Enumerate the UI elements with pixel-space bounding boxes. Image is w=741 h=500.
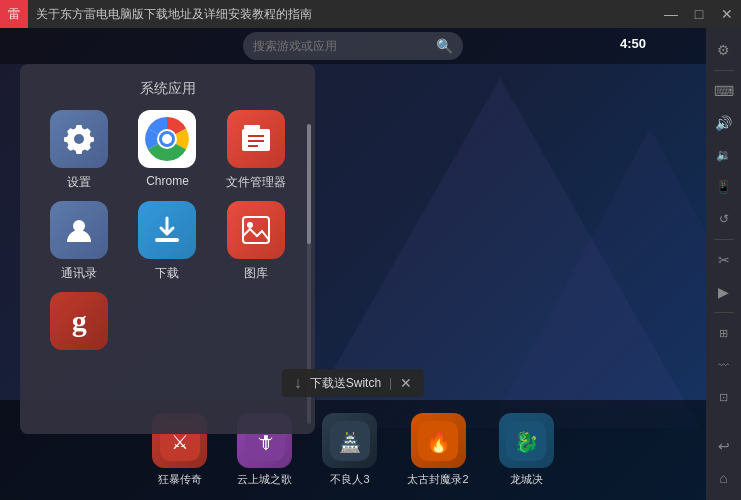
gallery-app-icon xyxy=(227,201,285,259)
shake-sidebar-button[interactable]: 〰 xyxy=(710,351,738,379)
app-item-gallery[interactable]: 图库 xyxy=(217,201,295,282)
search-icon: 🔍 xyxy=(436,38,453,54)
sidebar-divider-2 xyxy=(714,239,734,240)
refresh-sidebar-button[interactable]: ↺ xyxy=(710,205,738,233)
sidebar-divider-1 xyxy=(714,70,734,71)
phone-sidebar-button[interactable]: 📱 xyxy=(710,173,738,201)
app-item-chrome[interactable]: Chrome xyxy=(128,110,206,191)
volume-down-sidebar-button[interactable]: 🔉 xyxy=(710,141,738,169)
banner-text: 下载送Switch xyxy=(310,375,381,392)
svg-text:🐉: 🐉 xyxy=(514,430,539,454)
app-grid: 设置 xyxy=(20,110,315,376)
banner-arrow-icon: ↓ xyxy=(294,374,302,392)
chrome-app-icon xyxy=(138,110,196,168)
svg-point-4 xyxy=(162,134,172,144)
emulator-area: 🔍 4:50 系统应用 设置 xyxy=(0,28,706,500)
app-item-contacts[interactable]: 通讯录 xyxy=(40,201,118,282)
right-sidebar: ⚙ ⌨ 🔊 🔉 📱 ↺ ✂ ▶ ⊞ 〰 ⊡ ↩ ⌂ xyxy=(706,28,741,500)
game-icon-5: 🐉 xyxy=(499,413,554,468)
play-sidebar-button[interactable]: ▶ xyxy=(710,278,738,306)
nav-home-sidebar-button[interactable]: ⌂ xyxy=(710,464,738,492)
svg-rect-11 xyxy=(155,238,179,242)
app-item-files[interactable]: 文件管理器 xyxy=(217,110,295,191)
app-drawer: 系统应用 设置 xyxy=(20,64,315,434)
game-icon-4: 🔥 xyxy=(411,413,466,468)
drawer-scrollbar-thumb xyxy=(307,124,311,244)
svg-rect-12 xyxy=(243,217,269,243)
download-app-label: 下载 xyxy=(155,265,179,282)
files-app-icon xyxy=(227,110,285,168)
time-display: 4:50 xyxy=(620,36,646,51)
settings-app-icon xyxy=(50,110,108,168)
bg-decoration-2 xyxy=(500,128,706,408)
window-controls: — □ ✕ xyxy=(657,0,741,28)
gallery-app-label: 图库 xyxy=(244,265,268,282)
banner-close-button[interactable]: ✕ xyxy=(400,375,412,391)
contacts-app-label: 通讯录 xyxy=(61,265,97,282)
title-bar: 雷 关于东方雷电电脑版下载地址及详细安装教程的指南 — □ ✕ xyxy=(0,0,741,28)
multi-sidebar-button[interactable]: ⊡ xyxy=(710,383,738,411)
g-app-icon: g xyxy=(50,292,108,350)
maximize-button[interactable]: □ xyxy=(685,0,713,28)
app-logo: 雷 xyxy=(0,0,28,28)
game-item-5[interactable]: 🐉 龙城决 xyxy=(499,413,554,487)
contacts-app-icon xyxy=(50,201,108,259)
game-item-4[interactable]: 🔥 太古封魔录2 xyxy=(407,413,468,487)
settings-sidebar-button[interactable]: ⚙ xyxy=(710,36,738,64)
svg-point-13 xyxy=(247,222,253,228)
logo-text: 雷 xyxy=(8,6,20,23)
keyboard-sidebar-button[interactable]: ⌨ xyxy=(710,77,738,105)
game-icon-3: 🏯 xyxy=(322,413,377,468)
settings-app-label: 设置 xyxy=(67,174,91,191)
minimize-button[interactable]: — xyxy=(657,0,685,28)
window-title: 关于东方雷电电脑版下载地址及详细安装教程的指南 xyxy=(28,6,657,23)
game-label-1: 狂暴传奇 xyxy=(158,472,202,487)
download-app-icon xyxy=(138,201,196,259)
svg-text:🔥: 🔥 xyxy=(426,430,451,454)
game-label-2: 云上城之歌 xyxy=(237,472,292,487)
game-label-3: 不良人3 xyxy=(330,472,369,487)
download-banner: ↓ 下载送Switch | ✕ xyxy=(282,369,424,397)
app-item-download[interactable]: 下载 xyxy=(128,201,206,282)
game-item-3[interactable]: 🏯 不良人3 xyxy=(322,413,377,487)
game-label-5: 龙城决 xyxy=(510,472,543,487)
chrome-app-label: Chrome xyxy=(146,174,189,188)
sidebar-divider-3 xyxy=(714,312,734,313)
files-app-label: 文件管理器 xyxy=(226,174,286,191)
app-drawer-title: 系统应用 xyxy=(20,64,315,110)
grid-sidebar-button[interactable]: ⊞ xyxy=(710,319,738,347)
emulator-topbar: 🔍 4:50 xyxy=(0,28,706,64)
svg-text:🏯: 🏯 xyxy=(339,432,362,454)
close-button[interactable]: ✕ xyxy=(713,0,741,28)
app-item-settings[interactable]: 设置 xyxy=(40,110,118,191)
app-item-g[interactable]: g xyxy=(40,292,118,356)
game-label-4: 太古封魔录2 xyxy=(407,472,468,487)
nav-back-sidebar-button[interactable]: ↩ xyxy=(710,432,738,460)
cut-sidebar-button[interactable]: ✂ xyxy=(710,246,738,274)
search-bar[interactable]: 🔍 xyxy=(243,32,463,60)
svg-rect-5 xyxy=(244,125,260,129)
volume-up-sidebar-button[interactable]: 🔊 xyxy=(710,109,738,137)
search-input[interactable] xyxy=(253,39,430,53)
